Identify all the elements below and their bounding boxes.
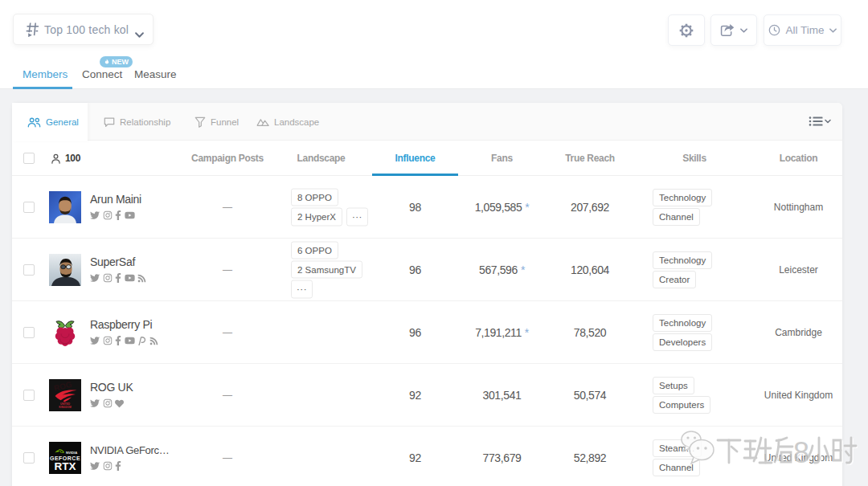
svg-text:KINGDOM: KINGDOM [59,406,72,409]
svg-text:NVIDIA: NVIDIA [66,451,77,455]
svg-text:RTX: RTX [55,460,76,472]
svg-text:8: 8 [793,436,809,469]
